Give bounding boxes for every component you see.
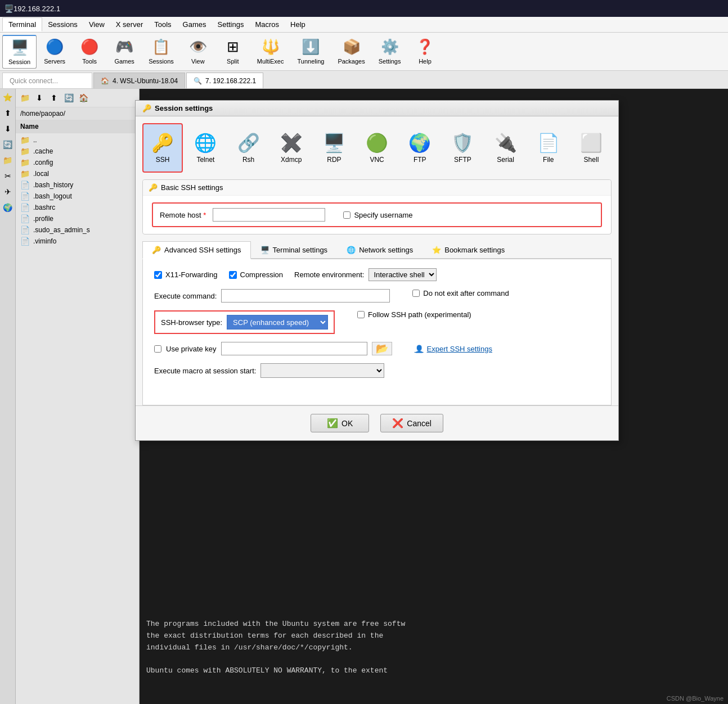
ssh-protocol-icon: 🔑	[151, 132, 174, 154]
toolbar-tools[interactable]: 🔴 Tools	[73, 35, 106, 69]
exec-cmd-input[interactable]	[221, 289, 390, 303]
macro-label: Execute macro at session start:	[154, 367, 256, 375]
tab-terminal-settings[interactable]: 🖥️ Terminal settings	[251, 241, 338, 258]
terminal-settings-tab-icon: 🖥️	[260, 246, 269, 254]
toolbar-session[interactable]: 🖥️ Session	[2, 35, 37, 69]
do-not-exit-checkbox[interactable]	[412, 290, 420, 297]
toolbar-games[interactable]: 🎮 Games	[107, 35, 141, 69]
menu-help[interactable]: Help	[285, 18, 311, 31]
tab-network-settings[interactable]: 🌐 Network settings	[337, 241, 423, 258]
ssh-browser-select[interactable]: SCP (enhanced speed)SFTPSCPNone	[227, 315, 328, 330]
title-bar: 🖥️ 192.168.222.1	[0, 0, 728, 17]
basic-ssh-section: 🔑 Basic SSH settings Remote host * Speci…	[142, 179, 612, 234]
protocol-telnet[interactable]: 🌐 Telnet	[185, 123, 226, 173]
x11-forwarding-checkbox[interactable]	[154, 271, 162, 279]
terminal-settings-tab-label: Terminal settings	[273, 246, 328, 254]
advanced-ssh-tab-icon: 🔑	[152, 246, 161, 254]
toolbar-tunneling[interactable]: ⬇️ Tunneling	[291, 35, 330, 69]
cancel-icon: ❌	[392, 418, 403, 428]
tab-192-icon: 🔍	[194, 77, 202, 85]
advanced-ssh-body: X11-Forwarding Compression Remote enviro…	[142, 259, 612, 405]
tab-wsl-label: 4. WSL-Ubuntu-18.04	[113, 77, 178, 85]
view-icon: 👁️	[189, 38, 207, 56]
bookmark-settings-tab-label: Bookmark settings	[444, 246, 505, 254]
help-label: Help	[419, 58, 432, 65]
protocol-ftp[interactable]: 🌍 FTP	[399, 123, 440, 173]
adv-row-1: X11-Forwarding Compression Remote enviro…	[154, 268, 600, 281]
session-icon: 🖥️	[11, 39, 29, 56]
basic-ssh-body: Remote host * Specify username	[143, 196, 611, 234]
protocol-shell[interactable]: ⬜ Shell	[571, 123, 612, 173]
protocol-ssh[interactable]: 🔑 SSH	[142, 123, 183, 173]
tab-advanced-ssh[interactable]: 🔑 Advanced SSH settings	[142, 241, 251, 259]
remote-host-label: Remote host *	[160, 211, 206, 219]
packages-label: Packages	[338, 58, 365, 65]
rsh-protocol-icon: 🔗	[237, 132, 260, 154]
vnc-protocol-icon: 🟢	[366, 132, 388, 154]
private-key-checkbox[interactable]	[154, 345, 161, 353]
menu-view[interactable]: View	[83, 18, 110, 31]
protocol-xdmcp[interactable]: ✖️ Xdmcp	[271, 123, 312, 173]
shell-protocol-icon: ⬜	[580, 132, 603, 154]
sessions-icon: 📋	[152, 38, 170, 56]
expert-ssh-button[interactable]: 👤 Expert SSH settings	[415, 345, 492, 353]
xdmcp-label: Xdmcp	[281, 156, 302, 164]
tab-192[interactable]: 🔍 7. 192.168.222.1	[186, 73, 263, 88]
browse-private-key-button[interactable]: 📂	[372, 342, 392, 355]
window-title: 192.168.222.1	[14, 4, 60, 13]
protocol-file[interactable]: 📄 File	[528, 123, 569, 173]
serial-protocol-icon: 🔌	[495, 132, 517, 154]
sessions-label: Sessions	[149, 58, 174, 65]
multiexec-label: MultiExec	[257, 58, 284, 65]
tab-wsl[interactable]: 🏠 4. WSL-Ubuntu-18.04	[93, 73, 185, 88]
menu-settings[interactable]: Settings	[212, 18, 250, 31]
file-protocol-icon: 📄	[537, 132, 560, 154]
protocol-serial[interactable]: 🔌 Serial	[486, 123, 526, 173]
view-label: View	[191, 58, 205, 65]
remote-host-input[interactable]	[213, 208, 325, 222]
tab-bookmark-settings[interactable]: ⭐ Bookmark settings	[423, 241, 514, 258]
quick-connect-label: Quick connect...	[10, 77, 58, 85]
tunneling-label: Tunneling	[297, 58, 324, 65]
menu-tools[interactable]: Tools	[149, 18, 177, 31]
tab-bar: Quick connect... 🏠 4. WSL-Ubuntu-18.04 🔍…	[0, 71, 728, 89]
toolbar-servers[interactable]: 🔵 Servers	[38, 35, 71, 69]
toolbar-sessions[interactable]: 📋 Sessions	[142, 35, 180, 69]
macro-row: Execute macro at session start:	[154, 363, 600, 378]
protocol-vnc[interactable]: 🟢 VNC	[357, 123, 397, 173]
compression-label: Compression	[229, 270, 284, 279]
remote-env-container: Remote environment: Interactive shell	[294, 268, 437, 281]
menu-games[interactable]: Games	[177, 18, 212, 31]
settings-icon: ⚙️	[381, 38, 399, 56]
toolbar-split[interactable]: ⊞ Split	[216, 35, 250, 69]
protocol-row: 🔑 SSH 🌐 Telnet 🔗 Rsh ✖️ Xdmcp 🖥️ RDP 🟢	[136, 116, 618, 173]
follow-ssh-checkbox[interactable]	[357, 311, 365, 318]
menu-xserver[interactable]: X server	[110, 18, 149, 31]
protocol-sftp[interactable]: 🛡️ SFTP	[442, 123, 483, 173]
protocol-rsh[interactable]: 🔗 Rsh	[228, 123, 269, 173]
rdp-protocol-icon: 🖥️	[323, 132, 345, 154]
specify-username-checkbox[interactable]	[343, 211, 350, 219]
xdmcp-protocol-icon: ✖️	[280, 132, 303, 154]
quick-connect[interactable]: Quick connect...	[2, 73, 92, 88]
private-key-input[interactable]	[221, 342, 367, 355]
toolbar-view[interactable]: 👁️ View	[181, 35, 215, 69]
toolbar-multiexec[interactable]: 🔱 MultiExec	[251, 35, 290, 69]
toolbar-settings[interactable]: ⚙️ Settings	[372, 35, 407, 69]
compression-checkbox[interactable]	[229, 271, 237, 279]
toolbar-packages[interactable]: 📦 Packages	[331, 35, 371, 69]
cancel-button[interactable]: ❌ Cancel	[380, 414, 443, 432]
macro-select[interactable]	[260, 363, 384, 378]
servers-label: Servers	[44, 58, 65, 65]
split-icon: ⊞	[227, 38, 239, 56]
menu-macros[interactable]: Macros	[249, 18, 285, 31]
help-icon: ❓	[416, 38, 434, 56]
toolbar-help[interactable]: ❓ Help	[408, 35, 442, 69]
games-icon: 🎮	[115, 38, 133, 56]
menu-terminal[interactable]: Terminal	[2, 17, 42, 31]
menu-sessions[interactable]: Sessions	[42, 18, 83, 31]
protocol-rdp[interactable]: 🖥️ RDP	[314, 123, 354, 173]
title-icon: 🖥️	[5, 4, 14, 13]
remote-env-select[interactable]: Interactive shell	[369, 268, 437, 281]
ok-button[interactable]: ✅ OK	[311, 414, 369, 432]
